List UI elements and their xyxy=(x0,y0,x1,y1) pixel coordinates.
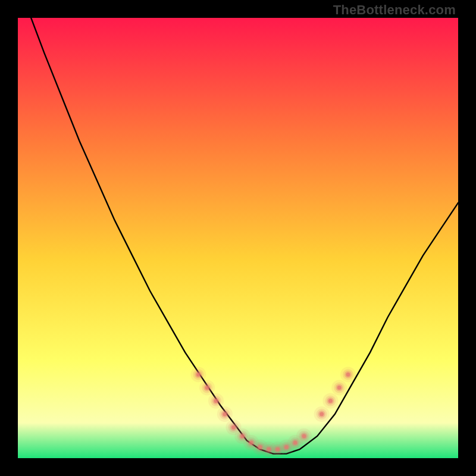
chart-frame xyxy=(18,18,458,458)
watermark-text: TheBottleneck.com xyxy=(333,2,456,18)
curve-marker xyxy=(328,399,333,403)
curve-marker xyxy=(337,386,342,390)
gradient-background xyxy=(18,18,458,458)
curve-marker xyxy=(293,441,298,445)
curve-marker xyxy=(302,434,306,439)
curve-marker xyxy=(346,372,350,377)
curve-marker xyxy=(205,386,209,390)
curve-marker xyxy=(240,434,245,439)
curve-marker xyxy=(223,412,227,416)
bottleneck-chart xyxy=(18,18,458,458)
curve-marker xyxy=(284,445,289,449)
curve-marker xyxy=(231,425,236,430)
curve-marker xyxy=(196,372,201,377)
curve-marker xyxy=(214,399,218,403)
curve-marker xyxy=(320,412,324,416)
curve-marker xyxy=(249,441,253,445)
